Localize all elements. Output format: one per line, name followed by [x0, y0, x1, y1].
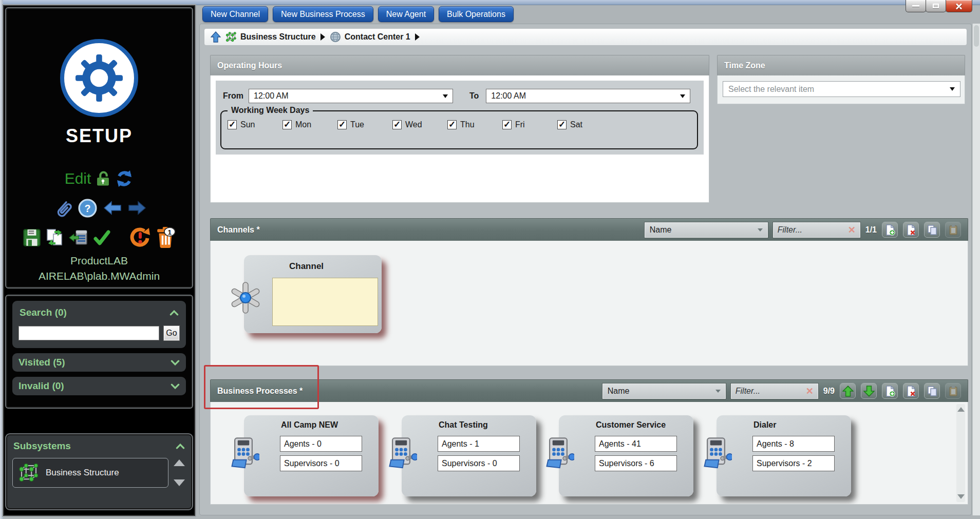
scroll-down-icon[interactable]	[174, 479, 185, 486]
bp-card-title: Customer Service	[596, 420, 666, 430]
weekday-fri[interactable]: Fri	[502, 120, 557, 129]
breadcrumb-item-contact-center[interactable]: Contact Center 1	[330, 31, 410, 43]
visited-section[interactable]: Visited (5)	[12, 353, 186, 372]
subsystems-title: Subsystems	[13, 440, 71, 452]
time-zone-section: Time Zone Select the relevant item	[717, 55, 965, 104]
business-process-icon	[700, 434, 732, 473]
weekday-mon[interactable]: Mon	[282, 120, 337, 129]
paste-item-button[interactable]	[945, 383, 961, 399]
business-structure-cube-icon	[225, 31, 237, 43]
sidebar-search-panel: Search (0) Go Visited (5) Invalid (0)	[5, 295, 193, 409]
chevron-down-icon[interactable]	[171, 360, 180, 366]
back-icon[interactable]	[103, 201, 122, 215]
breadcrumb-up-icon[interactable]	[211, 31, 221, 43]
checkbox-icon[interactable]	[557, 120, 567, 129]
contact-center-globe-icon	[330, 31, 341, 43]
business-process-icon	[228, 434, 259, 473]
weekday-thu[interactable]: Thu	[447, 120, 502, 129]
bp-card-dialer[interactable]: Dialer Agents - 8 Supervisors - 2	[717, 415, 851, 496]
bulk-operations-button[interactable]: Bulk Operations	[439, 6, 514, 22]
chevron-up-icon[interactable]	[169, 310, 179, 316]
to-time-dropdown[interactable]: 12:00 AM	[486, 89, 690, 103]
delete-item-button[interactable]	[903, 383, 919, 399]
filter-clear-icon[interactable]	[848, 224, 856, 236]
channels-sort-dropdown[interactable]: Name	[645, 222, 768, 238]
breadcrumb-item-business-structure[interactable]: Business Structure	[225, 31, 316, 43]
sort-value: Name	[608, 387, 630, 396]
add-item-button[interactable]	[882, 222, 898, 238]
bp-card-title: Chat Testing	[439, 420, 488, 430]
checkbox-icon[interactable]	[447, 120, 457, 129]
scroll-up-icon[interactable]	[174, 459, 185, 466]
deploy-server-icon[interactable]	[69, 229, 88, 246]
pending-refresh-icon[interactable]	[129, 227, 151, 248]
invalid-section[interactable]: Invalid (0)	[12, 377, 186, 395]
move-down-button[interactable]	[861, 383, 877, 399]
scroll-down-icon[interactable]	[957, 494, 965, 499]
channels-filter-input[interactable]	[778, 225, 848, 235]
copy-transfer-icon[interactable]	[45, 228, 65, 247]
delete-item-button[interactable]	[903, 222, 919, 238]
scroll-up-icon[interactable]	[957, 407, 965, 412]
subsystems-header[interactable]: Subsystems	[12, 438, 186, 454]
paste-item-button[interactable]	[945, 222, 961, 238]
weekday-sat[interactable]: Sat	[557, 120, 612, 129]
attachment-icon[interactable]	[52, 198, 72, 218]
checkbox-icon[interactable]	[228, 120, 237, 129]
bp-scrollbar[interactable]	[956, 404, 965, 502]
save-icon[interactable]	[23, 228, 41, 247]
new-business-process-button[interactable]: New Business Process	[273, 6, 373, 22]
channel-card[interactable]: Channel	[244, 255, 382, 333]
invalid-title: Invalid (0)	[18, 380, 64, 392]
subsystem-item-business-structure[interactable]: Business Structure	[12, 458, 168, 488]
from-time-dropdown[interactable]: 12:00 AM	[249, 89, 453, 103]
operating-hours-inner: From 12:00 AM To 12:00 AM Working Week D…	[216, 81, 704, 155]
channel-jack-icon	[229, 281, 262, 315]
chevron-down-icon[interactable]	[171, 383, 180, 389]
copy-item-button[interactable]	[924, 222, 940, 238]
help-icon[interactable]: ?	[78, 199, 97, 218]
bp-card-customer-service[interactable]: Customer Service Agents - 41 Supervisors…	[559, 415, 693, 496]
chevron-up-icon[interactable]	[176, 444, 185, 449]
page-scrollbar[interactable]	[972, 24, 980, 515]
search-header[interactable]: Search (0)	[18, 305, 180, 320]
channels-body: Channel	[210, 241, 968, 366]
maximize-button[interactable]	[926, 0, 946, 12]
business-process-icon	[385, 434, 417, 473]
trash-icon[interactable]: 1	[155, 227, 176, 248]
dropdown-arrow-icon	[680, 94, 685, 98]
unlock-icon[interactable]	[96, 170, 110, 187]
time-zone-dropdown[interactable]: Select the relevant item	[723, 81, 960, 97]
move-up-button[interactable]	[840, 383, 856, 399]
checkbox-icon[interactable]	[282, 120, 292, 129]
weekday-sun[interactable]: Sun	[228, 120, 282, 129]
working-week-days-legend: Working Week Days	[228, 106, 313, 115]
add-item-button[interactable]	[882, 383, 898, 399]
filter-clear-icon[interactable]	[806, 386, 814, 397]
new-channel-button[interactable]: New Channel	[202, 6, 268, 22]
weekday-tue[interactable]: Tue	[337, 120, 392, 129]
trash-badge: 1	[168, 228, 172, 236]
bp-agents-box: Agents - 0	[280, 436, 362, 452]
copy-item-button[interactable]	[924, 383, 940, 399]
edit-button[interactable]: Edit	[65, 170, 91, 187]
close-button[interactable]	[946, 0, 972, 12]
breadcrumb-separator-icon	[321, 33, 325, 41]
bp-card-all-camp-new[interactable]: All Camp NEW Agents - 0 Supervisors - 0	[244, 415, 379, 496]
checkbox-icon[interactable]	[502, 120, 512, 129]
operating-hours-title: Operating Hours	[217, 61, 282, 70]
weekday-wed[interactable]: Wed	[392, 120, 447, 129]
validate-check-icon[interactable]	[92, 229, 111, 246]
refresh-icon[interactable]	[115, 169, 134, 188]
new-agent-button[interactable]: New Agent	[378, 6, 434, 22]
bp-card-chat-testing[interactable]: Chat Testing Agents - 1 Supervisors - 0	[402, 415, 536, 496]
minimize-button[interactable]	[906, 0, 926, 12]
search-go-button[interactable]: Go	[163, 325, 180, 341]
bp-filter-input[interactable]	[736, 387, 806, 396]
checkbox-icon[interactable]	[392, 120, 402, 129]
bp-sort-dropdown[interactable]: Name	[602, 383, 726, 399]
checkbox-icon[interactable]	[337, 120, 347, 129]
page-scrollbar-thumb[interactable]	[974, 25, 979, 47]
forward-icon[interactable]	[128, 201, 146, 215]
search-input[interactable]	[18, 326, 159, 340]
